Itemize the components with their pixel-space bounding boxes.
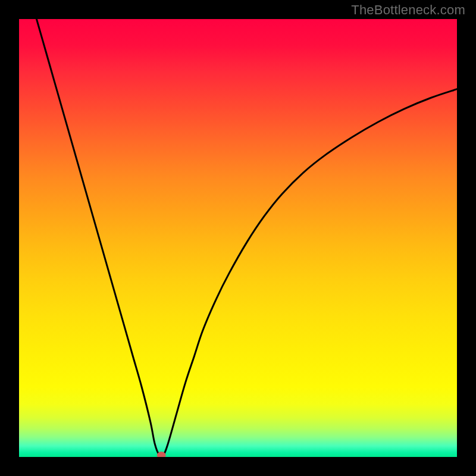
bottleneck-curve	[36, 19, 457, 456]
curve-layer	[19, 19, 457, 457]
attribution-text: TheBottleneck.com	[351, 2, 465, 18]
optimum-marker	[157, 452, 165, 457]
plot-area	[19, 19, 457, 457]
chart-container: TheBottleneck.com	[0, 0, 476, 476]
